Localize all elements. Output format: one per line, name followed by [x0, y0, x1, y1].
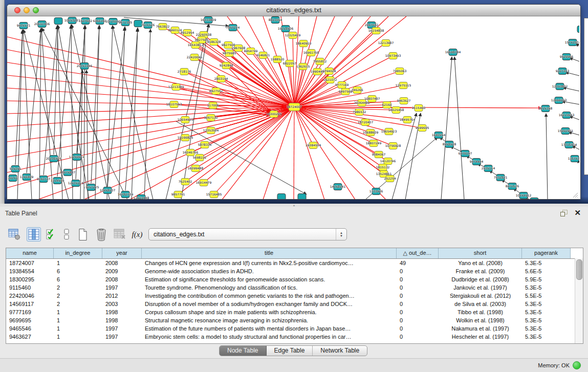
graph-node[interactable]: 8215358	[539, 105, 553, 112]
table-row[interactable]: 946362711997Embryonic stem cells: a mode…	[6, 333, 583, 341]
graph-node[interactable]: 10973493	[385, 53, 401, 59]
graph-node[interactable]: 14120746	[380, 158, 396, 165]
graph-node[interactable]: 16782739	[118, 191, 134, 198]
graph-node[interactable]	[54, 18, 62, 25]
window-titlebar[interactable]: citations_edges.txt	[7, 5, 580, 16]
network-canvas[interactable]: 9405571206914061065328715276026466160107…	[7, 16, 579, 199]
graph-node[interactable]: 9245612	[528, 198, 541, 200]
graph-node[interactable]: 18495764	[400, 117, 416, 123]
graph-node[interactable]: 10654925	[178, 117, 193, 123]
graph-node[interactable]: 19166825	[178, 135, 193, 141]
graph-node[interactable]: 9405571	[17, 23, 31, 29]
graph-node[interactable]: 7615526	[141, 22, 155, 29]
graph-node[interactable]: 6479197	[459, 150, 472, 157]
graph-node[interactable]: 117006	[207, 102, 219, 109]
scrollbar-thumb[interactable]	[576, 259, 582, 280]
column-header-in-degree[interactable]: in_degree	[54, 248, 102, 258]
graph-node[interactable]: 18807249	[366, 140, 382, 147]
graph-node[interactable]: 8471676	[506, 183, 519, 190]
graph-node[interactable]: 7986532	[353, 109, 366, 116]
select-columns-check-icon[interactable]	[44, 227, 58, 242]
graph-node[interactable]: 746266	[352, 87, 363, 94]
table-row[interactable]: 911546021997Tourette syndrome. Phenomeno…	[6, 283, 583, 292]
graph-node[interactable]: 18720407	[358, 119, 374, 126]
tab-network-table[interactable]: Network Table	[313, 346, 367, 356]
graph-node[interactable]: 10958107	[100, 187, 116, 194]
graph-node[interactable]: 8186328	[207, 39, 221, 46]
table-row[interactable]: 977716911998Corpus callosum shape and si…	[6, 308, 583, 316]
table-row[interactable]: 1830029562008Estimation of significance …	[6, 275, 583, 283]
graph-node[interactable]: 9671385	[119, 19, 133, 26]
graph-node[interactable]: 8454749	[244, 48, 258, 55]
column-header-year[interactable]: year	[102, 248, 142, 258]
graph-node[interactable]: 1527602	[79, 18, 93, 25]
graph-node[interactable]: 1362615	[296, 63, 310, 70]
table-row[interactable]: 969969511998Structural magnetic resonanc…	[6, 316, 583, 324]
graph-node[interactable]: 7663822	[156, 24, 170, 30]
graph-node[interactable]: 39151	[8, 175, 17, 182]
graph-node[interactable]: 6794028	[322, 68, 336, 75]
graph-node[interactable]: 9227343	[556, 68, 570, 75]
graph-node[interactable]: 16648784	[445, 49, 461, 56]
graph-node[interactable]: 19654923	[381, 128, 397, 135]
graph-node[interactable]	[277, 194, 286, 200]
graph-node[interactable]: 12353594	[203, 127, 219, 134]
graph-node[interactable]: 16033809	[201, 17, 216, 24]
tab-node-table[interactable]: Node Table	[220, 346, 267, 356]
graph-node[interactable]: 9463627	[397, 98, 411, 104]
graph-node[interactable]: 1733426	[369, 188, 383, 195]
graph-node[interactable]	[298, 194, 306, 200]
graph-node[interactable]: 10653287	[64, 17, 80, 24]
graph-node[interactable]: 6466160	[93, 18, 107, 25]
graph-node[interactable]: 20206526	[46, 156, 62, 162]
graph-node[interactable]: 9115460	[412, 105, 426, 112]
graph-node[interactable]: 1640954	[432, 132, 446, 139]
graph-node[interactable]: 12444193	[551, 97, 567, 104]
graph-node[interactable]: 15716485	[206, 191, 222, 198]
graph-node[interactable]: 9242848	[220, 62, 233, 69]
window-resize-grip[interactable]	[571, 191, 578, 198]
graph-node[interactable]: 9857791	[171, 191, 185, 198]
graph-node[interactable]: 10654112	[516, 192, 532, 199]
table-vertical-scrollbar[interactable]	[575, 258, 583, 343]
graph-node[interactable]: 12975115	[396, 82, 411, 89]
graph-node[interactable]: 2803144	[214, 76, 228, 82]
graph-node[interactable]: 7932821	[494, 174, 508, 181]
tab-edge-table[interactable]: Edge Table	[267, 346, 313, 356]
graph-node[interactable]: 9146821	[256, 52, 270, 59]
split-view-icon[interactable]	[59, 227, 74, 242]
column-header-name[interactable]: name	[6, 248, 54, 258]
column-header-pagerank[interactable]: pagerank	[522, 248, 571, 258]
table-row[interactable]: 946554611997Estimation of the future num…	[6, 324, 583, 333]
graph-node[interactable]: 1588520	[271, 56, 285, 63]
graph-node[interactable]: 8660124	[168, 27, 182, 34]
graph-node[interactable]: 17957225	[83, 184, 99, 191]
float-window-icon[interactable]	[560, 210, 568, 216]
graph-node[interactable]	[577, 26, 579, 33]
memory-status-indicator[interactable]	[573, 361, 581, 369]
graph-node[interactable]: 9142737	[37, 176, 51, 183]
graph-node[interactable]: 20053346	[77, 63, 93, 70]
new-table-icon[interactable]	[76, 227, 90, 242]
graph-node[interactable]: 2935114	[482, 165, 495, 172]
graph-node[interactable]: 7857224	[226, 25, 240, 31]
graph-node[interactable]: 1156809	[20, 174, 34, 181]
graph-node[interactable]: 62160	[382, 102, 391, 108]
graph-node[interactable]: 20691406	[34, 21, 50, 28]
graph-node[interactable]: 18724007	[287, 103, 302, 111]
column-header-title[interactable]: title	[142, 248, 397, 258]
background-window-edge[interactable]	[584, 18, 588, 175]
show-columns-icon[interactable]	[27, 227, 41, 242]
delete-rows-trash-icon[interactable]	[94, 227, 108, 242]
graph-node[interactable]: 7485063	[393, 68, 407, 75]
graph-node[interactable]: 12213987	[378, 40, 394, 47]
table-selector-dropdown[interactable]: citations_edges.txt ▲▼	[148, 228, 347, 240]
graph-node[interactable]: 9474444	[470, 159, 484, 165]
graph-node[interactable]: 15992971	[558, 128, 574, 135]
graph-node[interactable]: 535051	[10, 166, 21, 172]
graph-node[interactable]: 12923448	[134, 195, 149, 200]
function-builder-icon[interactable]: f(x)	[130, 227, 144, 242]
graph-node[interactable]: 16914479	[196, 180, 212, 186]
graph-node[interactable]: 9084067	[372, 151, 386, 158]
table-settings-icon[interactable]	[7, 227, 21, 242]
